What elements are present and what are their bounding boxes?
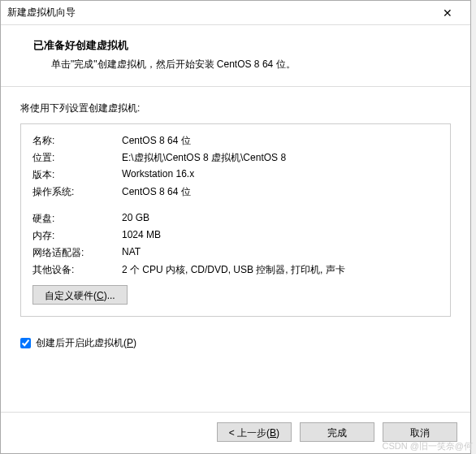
settings-summary: 名称:CentOS 8 64 位 位置:E:\虚拟机\CentOS 8 虚拟机\… <box>20 123 451 317</box>
value: 2 个 CPU 内核, CD/DVD, USB 控制器, 打印机, 声卡 <box>122 263 439 277</box>
value: 20 GB <box>122 212 439 226</box>
row-location: 位置:E:\虚拟机\CentOS 8 虚拟机\CentOS 8 <box>32 149 439 166</box>
label: 名称: <box>32 134 122 148</box>
power-on-checkbox[interactable] <box>20 338 31 348</box>
row-disk: 硬盘:20 GB <box>32 210 439 227</box>
header: 已准备好创建虚拟机 单击"完成"创建虚拟机，然后开始安装 CentOS 8 64… <box>1 25 470 86</box>
header-subtitle: 单击"完成"创建虚拟机，然后开始安装 CentOS 8 64 位。 <box>51 58 451 71</box>
finish-button[interactable]: 完成 <box>300 422 374 442</box>
footer: < 上一步(B) 完成 取消 <box>1 412 470 453</box>
header-title: 已准备好创建虚拟机 <box>33 38 451 53</box>
value: CentOS 8 64 位 <box>122 185 439 199</box>
label: 版本: <box>32 168 122 182</box>
intro-text: 将使用下列设置创建虚拟机: <box>20 102 451 115</box>
label: 网络适配器: <box>32 246 122 260</box>
label: 硬盘: <box>32 212 122 226</box>
row-memory: 内存:1024 MB <box>32 227 439 244</box>
label: 操作系统: <box>32 185 122 199</box>
cancel-button[interactable]: 取消 <box>383 422 457 442</box>
close-button[interactable]: ✕ <box>431 2 464 24</box>
power-on-checkbox-row[interactable]: 创建后开启此虚拟机(P) <box>20 336 451 350</box>
back-button[interactable]: < 上一步(B) <box>217 422 292 442</box>
value: CentOS 8 64 位 <box>122 134 439 148</box>
close-icon: ✕ <box>443 6 452 19</box>
row-os: 操作系统:CentOS 8 64 位 <box>32 184 439 201</box>
value: NAT <box>122 246 439 260</box>
row-name: 名称:CentOS 8 64 位 <box>32 132 439 149</box>
wizard-window: 新建虚拟机向导 ✕ 已准备好创建虚拟机 单击"完成"创建虚拟机，然后开始安装 C… <box>0 0 471 454</box>
row-other: 其他设备:2 个 CPU 内核, CD/DVD, USB 控制器, 打印机, 声… <box>32 262 439 279</box>
row-version: 版本:Workstation 16.x <box>32 166 439 184</box>
titlebar: 新建虚拟机向导 ✕ <box>1 1 470 25</box>
label: 内存: <box>32 229 122 243</box>
checkbox-label: 创建后开启此虚拟机(P) <box>36 336 136 350</box>
content: 将使用下列设置创建虚拟机: 名称:CentOS 8 64 位 位置:E:\虚拟机… <box>1 87 470 412</box>
window-title: 新建虚拟机向导 <box>7 6 431 19</box>
label: 位置: <box>32 151 122 165</box>
value: 1024 MB <box>122 229 439 243</box>
row-network: 网络适配器:NAT <box>32 244 439 262</box>
label: 其他设备: <box>32 263 122 277</box>
customize-row: 自定义硬件(C)... <box>32 285 439 305</box>
value: E:\虚拟机\CentOS 8 虚拟机\CentOS 8 <box>122 151 439 165</box>
customize-hardware-button[interactable]: 自定义硬件(C)... <box>32 285 128 305</box>
value: Workstation 16.x <box>122 168 439 182</box>
